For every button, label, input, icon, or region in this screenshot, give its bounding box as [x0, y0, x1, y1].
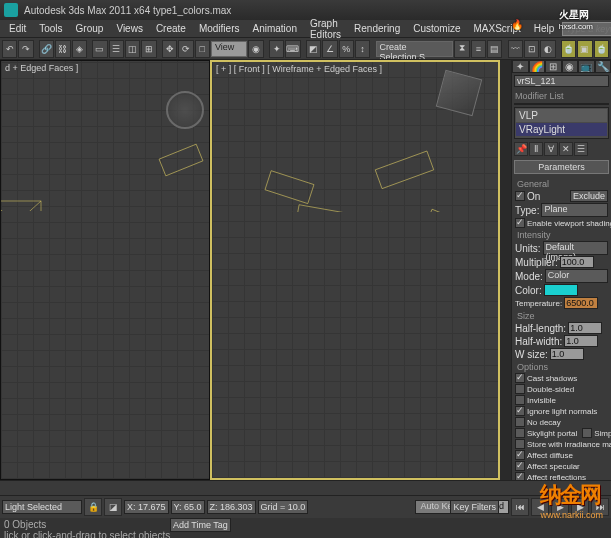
mode-dropdown[interactable]: Color: [545, 269, 608, 283]
angle-snap-button[interactable]: ∠: [322, 40, 337, 58]
layer-button[interactable]: ▤: [487, 40, 502, 58]
next-frame-button[interactable]: ▶: [571, 498, 589, 516]
motion-tab[interactable]: ◉: [562, 60, 579, 73]
goto-start-button[interactable]: ⏮: [511, 498, 529, 516]
opt-cb-3[interactable]: [515, 406, 525, 416]
goto-end-button[interactable]: ⏭: [591, 498, 609, 516]
material-button[interactable]: ◐: [540, 40, 555, 58]
color-swatch[interactable]: [544, 284, 578, 296]
rotate-button[interactable]: ⟳: [178, 40, 193, 58]
menu-help[interactable]: Help: [529, 21, 560, 36]
mirror-button[interactable]: ⧗: [454, 40, 469, 58]
object-name-field[interactable]: vrSL_121: [514, 75, 609, 87]
opt-extra-5[interactable]: [582, 428, 592, 438]
menu-tools[interactable]: Tools: [34, 21, 67, 36]
exclude-button[interactable]: Exclude: [570, 190, 608, 202]
svg-rect-22: [286, 205, 388, 212]
search-input[interactable]: [562, 22, 611, 36]
menu-maxscript[interactable]: MAXScript: [468, 21, 525, 36]
key-filters-button[interactable]: Key Filters: [450, 500, 499, 514]
unlink-button[interactable]: ⛓: [55, 40, 70, 58]
menu-edit[interactable]: Edit: [4, 21, 31, 36]
modify-tab[interactable]: 🌈: [529, 60, 546, 73]
scale-button[interactable]: □: [195, 40, 210, 58]
menu-customize[interactable]: Customize: [408, 21, 465, 36]
opt-cb-9[interactable]: [515, 472, 525, 480]
named-sel-dropdown[interactable]: Create Selection S: [376, 41, 454, 57]
lock-button[interactable]: 🔒: [84, 498, 102, 516]
select-name-button[interactable]: ☰: [109, 40, 124, 58]
z-coord[interactable]: Z: 186.303: [207, 500, 256, 514]
redo-button[interactable]: ↷: [18, 40, 33, 58]
enable-vp-checkbox[interactable]: [515, 218, 525, 228]
parameters-rollout[interactable]: Parameters: [514, 160, 609, 174]
opt-cb-6[interactable]: [515, 439, 525, 449]
pivot-button[interactable]: ◉: [248, 40, 263, 58]
render-setup-button[interactable]: 🍵: [561, 40, 576, 58]
render-frame-button[interactable]: ▣: [577, 40, 592, 58]
ref-coord-dropdown[interactable]: View: [211, 41, 247, 57]
opt-cb-2[interactable]: [515, 395, 525, 405]
opt-cb-7[interactable]: [515, 450, 525, 460]
viewport-front[interactable]: [ + ] [ Front ] [ Wireframe + Edged Face…: [210, 60, 500, 480]
spinner-snap-button[interactable]: ↕: [355, 40, 370, 58]
move-button[interactable]: ✥: [162, 40, 177, 58]
viewport-left[interactable]: d + Edged Faces ]: [0, 60, 210, 480]
on-checkbox[interactable]: [515, 191, 525, 201]
render-button[interactable]: 🍵: [594, 40, 609, 58]
w-size-spinner[interactable]: 1.0: [550, 348, 584, 360]
x-coord[interactable]: X: 17.675: [124, 500, 169, 514]
hierarchy-tab[interactable]: ⊞: [545, 60, 562, 73]
percent-snap-button[interactable]: %: [339, 40, 354, 58]
mod-vlp[interactable]: VLP: [516, 109, 607, 122]
remove-mod-button[interactable]: ✕: [559, 142, 573, 156]
opt-cb-8[interactable]: [515, 461, 525, 471]
menu-create[interactable]: Create: [151, 21, 191, 36]
curve-editor-button[interactable]: 〰: [508, 40, 523, 58]
manipulate-button[interactable]: ✦: [269, 40, 284, 58]
y-coord[interactable]: Y: 65.0: [171, 500, 205, 514]
undo-button[interactable]: ↶: [2, 40, 17, 58]
modifier-list-dropdown[interactable]: [514, 103, 609, 105]
opt-cb-1[interactable]: [515, 384, 525, 394]
show-end-button[interactable]: Ⅱ: [529, 142, 543, 156]
menu-animation[interactable]: Animation: [247, 21, 301, 36]
schematic-button[interactable]: ⊡: [524, 40, 539, 58]
half-len-spinner[interactable]: 1.0: [568, 322, 602, 334]
play-button[interactable]: ▶: [551, 498, 569, 516]
mod-vraylight[interactable]: VRayLight: [516, 123, 607, 136]
mode-label: Mode:: [515, 271, 543, 282]
select-region-button[interactable]: ◫: [125, 40, 140, 58]
opt-cb-0[interactable]: [515, 373, 525, 383]
bind-button[interactable]: ◈: [72, 40, 87, 58]
select-button[interactable]: ▭: [92, 40, 107, 58]
half-wid-spinner[interactable]: 1.0: [564, 335, 598, 347]
units-dropdown[interactable]: Default (image): [543, 241, 608, 255]
opt-cb-5[interactable]: [515, 428, 525, 438]
keyboard-button[interactable]: ⌨: [285, 40, 300, 58]
unique-button[interactable]: ∀: [544, 142, 558, 156]
menu-grapheditors[interactable]: Graph Editors: [305, 16, 346, 42]
timeline[interactable]: [0, 480, 611, 496]
type-dropdown[interactable]: Plane: [541, 203, 608, 217]
align-button[interactable]: ≡: [471, 40, 486, 58]
opt-cb-4[interactable]: [515, 417, 525, 427]
display-tab[interactable]: 📺: [578, 60, 595, 73]
modifier-stack[interactable]: VLP VRayLight: [514, 107, 609, 139]
menu-rendering[interactable]: Rendering: [349, 21, 405, 36]
menu-views[interactable]: Views: [111, 21, 148, 36]
menu-group[interactable]: Group: [71, 21, 109, 36]
configure-button[interactable]: ☰: [574, 142, 588, 156]
prev-frame-button[interactable]: ◀: [531, 498, 549, 516]
utilities-tab[interactable]: 🔧: [595, 60, 612, 73]
temp-spinner[interactable]: 6500.0: [564, 297, 598, 309]
mult-spinner[interactable]: 100.0: [560, 256, 594, 268]
link-button[interactable]: 🔗: [39, 40, 54, 58]
add-time-tag[interactable]: Add Time Tag: [170, 518, 231, 532]
snap-button[interactable]: ◩: [306, 40, 321, 58]
isolate-button[interactable]: ◪: [104, 498, 122, 516]
menu-modifiers[interactable]: Modifiers: [194, 21, 245, 36]
window-crossing-button[interactable]: ⊞: [141, 40, 156, 58]
pin-stack-button[interactable]: 📌: [514, 142, 528, 156]
create-tab[interactable]: ✦: [512, 60, 529, 73]
